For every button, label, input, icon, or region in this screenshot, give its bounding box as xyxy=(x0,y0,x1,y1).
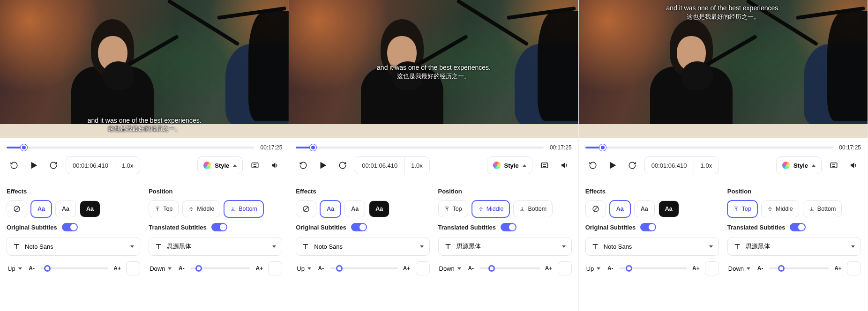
forward-button[interactable] xyxy=(625,158,640,173)
original-subtitles-toggle[interactable] xyxy=(351,223,367,231)
size-increase-label[interactable]: A+ xyxy=(691,265,701,272)
style-dropdown[interactable]: Style xyxy=(776,156,822,174)
seek-slider[interactable] xyxy=(7,147,254,148)
position-middle-button[interactable]: Middle xyxy=(472,200,510,217)
position-bottom-button[interactable]: Bottom xyxy=(513,200,553,217)
position-bottom-button[interactable]: Bottom xyxy=(803,200,842,217)
video-preview[interactable]: and it was one of the best experiences. … xyxy=(0,0,289,138)
current-time[interactable]: 00:01:06.410 xyxy=(355,157,404,174)
play-button[interactable] xyxy=(605,158,620,173)
effect-none-button[interactable] xyxy=(585,200,606,217)
position-top-button[interactable]: Top xyxy=(727,200,757,217)
position-top-button[interactable]: Top xyxy=(149,200,179,217)
translated-direction-select[interactable]: Down xyxy=(149,263,172,274)
size-decrease-label[interactable]: A- xyxy=(176,265,187,272)
translated-color-picker[interactable] xyxy=(558,261,572,275)
style-dropdown[interactable]: Style xyxy=(197,156,243,174)
effect-plain-button[interactable]: Aa xyxy=(344,200,365,217)
original-subtitles-label: Original Subtitles xyxy=(296,224,346,231)
effects-column: Effects Aa Aa Aa Original Subtitles Noto… xyxy=(585,188,719,275)
size-decrease-label[interactable]: A- xyxy=(466,265,476,272)
playback-speed[interactable]: 1.0x xyxy=(115,157,140,174)
seek-slider[interactable] xyxy=(585,147,833,148)
fullscreen-button[interactable] xyxy=(537,158,552,173)
volume-button[interactable] xyxy=(267,158,282,173)
translated-direction-select[interactable]: Down xyxy=(438,263,462,274)
translated-size-slider[interactable] xyxy=(480,267,540,269)
translated-subtitles-toggle[interactable] xyxy=(790,223,806,231)
original-color-picker[interactable] xyxy=(705,261,719,275)
playback-speed[interactable]: 1.0x xyxy=(404,157,429,174)
effect-boxed-button[interactable]: Aa xyxy=(369,200,389,217)
original-size-slider[interactable] xyxy=(41,267,109,269)
translated-subtitles-toggle[interactable] xyxy=(501,223,516,231)
translated-size-slider[interactable] xyxy=(769,267,829,269)
volume-button[interactable] xyxy=(557,158,572,173)
size-increase-label[interactable]: A+ xyxy=(402,265,412,272)
position-top-button[interactable]: Top xyxy=(438,200,468,217)
translated-font-select[interactable]: 思源黑体 xyxy=(727,237,861,256)
align-middle-icon xyxy=(478,206,484,212)
original-direction-select[interactable]: Up xyxy=(585,263,602,274)
forward-button[interactable] xyxy=(335,158,350,173)
original-direction-select[interactable]: Up xyxy=(296,263,312,274)
size-decrease-label[interactable]: A- xyxy=(755,265,765,272)
effect-outline-button[interactable]: Aa xyxy=(31,200,52,217)
original-subtitles-toggle[interactable] xyxy=(640,223,656,231)
seek-slider[interactable] xyxy=(296,147,543,148)
original-font-select[interactable]: Noto Sans xyxy=(296,237,429,256)
playback-speed[interactable]: 1.0x xyxy=(694,157,719,174)
position-bottom-button[interactable]: Bottom xyxy=(224,200,263,217)
original-color-picker[interactable] xyxy=(126,261,140,275)
effect-boxed-button[interactable]: Aa xyxy=(80,200,100,217)
size-increase-label[interactable]: A+ xyxy=(112,265,122,272)
translated-font-select[interactable]: 思源黑体 xyxy=(149,237,282,256)
translated-direction-select[interactable]: Down xyxy=(727,263,751,274)
position-middle-button[interactable]: Middle xyxy=(182,200,220,217)
style-dropdown[interactable]: Style xyxy=(487,156,532,174)
translated-font-select[interactable]: 思源黑体 xyxy=(438,237,572,256)
position-column: Position Top Middle Bottom Translated Su… xyxy=(727,188,861,275)
effect-outline-button[interactable]: Aa xyxy=(610,200,630,217)
original-size-slider[interactable] xyxy=(330,267,398,269)
rewind-button[interactable] xyxy=(7,158,22,173)
translated-color-picker[interactable] xyxy=(268,261,282,275)
fullscreen-button[interactable] xyxy=(247,158,262,173)
original-direction-select[interactable]: Up xyxy=(7,263,23,274)
current-time[interactable]: 00:01:06.410 xyxy=(66,157,115,174)
size-decrease-label[interactable]: A- xyxy=(605,265,615,272)
play-button[interactable] xyxy=(315,158,330,173)
translated-size-slider[interactable] xyxy=(190,267,250,269)
original-font-select[interactable]: Noto Sans xyxy=(585,237,719,256)
forward-button[interactable] xyxy=(46,158,61,173)
position-middle-button[interactable]: Middle xyxy=(761,200,799,217)
play-button[interactable] xyxy=(26,158,41,173)
effect-boxed-button[interactable]: Aa xyxy=(658,200,679,217)
effect-none-button[interactable] xyxy=(7,200,27,217)
original-size-slider[interactable] xyxy=(619,267,687,269)
translated-subtitles-toggle[interactable] xyxy=(211,223,227,231)
effect-outline-button[interactable]: Aa xyxy=(320,200,341,217)
rewind-button[interactable] xyxy=(296,158,311,173)
size-increase-label[interactable]: A+ xyxy=(833,265,843,272)
desk-shape xyxy=(579,124,868,138)
video-preview[interactable]: and it was one of the best experiences. … xyxy=(289,0,578,138)
volume-button[interactable] xyxy=(846,158,861,173)
seek-bar-row: 00:17:25 xyxy=(0,138,289,153)
effect-none-button[interactable] xyxy=(296,200,316,217)
effect-plain-button[interactable]: Aa xyxy=(634,200,655,217)
size-decrease-label[interactable]: A- xyxy=(27,265,37,272)
rewind-button[interactable] xyxy=(585,158,600,173)
original-subtitles-toggle[interactable] xyxy=(62,223,78,231)
effect-plain-button[interactable]: Aa xyxy=(55,200,76,217)
fullscreen-button[interactable] xyxy=(826,158,841,173)
original-font-select[interactable]: Noto Sans xyxy=(7,237,140,256)
translated-subtitles-label: Translated Subtitles xyxy=(149,224,207,231)
size-increase-label[interactable]: A+ xyxy=(254,265,264,272)
current-time[interactable]: 00:01:06.410 xyxy=(645,157,694,174)
translated-color-picker[interactable] xyxy=(847,261,861,275)
video-preview[interactable]: and it was one of the best experiences. … xyxy=(579,0,868,138)
size-increase-label[interactable]: A+ xyxy=(544,265,554,272)
size-decrease-label[interactable]: A- xyxy=(316,265,326,272)
original-color-picker[interactable] xyxy=(416,261,430,275)
